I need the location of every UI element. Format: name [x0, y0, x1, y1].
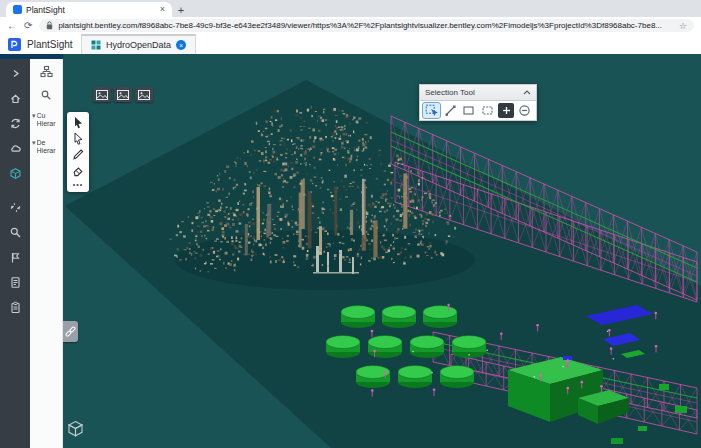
main-area: ▾ Cu Hierar ▾ De Hierar: [0, 54, 701, 448]
tree-item-label: Cu Hierar: [37, 112, 60, 129]
model-viewport[interactable]: ••• Selection Tool: [63, 54, 701, 448]
model-cube-icon: [9, 167, 22, 180]
cloud-icon: [9, 142, 22, 155]
pencil-icon: [71, 147, 85, 161]
fence-select-button[interactable]: [479, 103, 496, 118]
line-select-button[interactable]: [442, 103, 459, 118]
document-tab-hydroopendata[interactable]: HydroOpenData ×: [81, 34, 196, 55]
collapse-chevron-icon[interactable]: [523, 90, 531, 95]
fence-select-icon: [481, 104, 494, 117]
selection-tool-row: [419, 101, 537, 121]
refresh-button[interactable]: ⟳: [24, 21, 32, 31]
selection-tool-title: Selection Tool: [425, 88, 523, 97]
chain-link-icon: [65, 325, 76, 338]
line-select-icon: [444, 104, 457, 117]
hierarchy-view-button[interactable]: [30, 59, 62, 83]
tab-close-icon[interactable]: ×: [160, 5, 165, 14]
new-tab-button[interactable]: +: [172, 2, 190, 17]
plantsight-logo: [8, 38, 21, 51]
saved-view-1-button[interactable]: [93, 87, 111, 102]
back-button[interactable]: ←: [7, 21, 17, 31]
chevron-down-icon: ▾: [32, 112, 36, 129]
lock-icon: [46, 21, 53, 30]
select-tool-button[interactable]: [67, 114, 89, 130]
sync-icon: [9, 117, 22, 130]
measure-tool-button[interactable]: [67, 146, 89, 162]
circle-minus-icon: [518, 104, 531, 117]
rail-flag-button[interactable]: [0, 245, 30, 270]
bookmark-star-icon[interactable]: ☆: [679, 21, 687, 31]
rail-document-button[interactable]: [0, 270, 30, 295]
pick-select-icon: [425, 104, 438, 117]
tree-item-label: De Hierar: [37, 139, 60, 156]
chevron-down-icon: ▾: [32, 139, 36, 156]
app-header: PlantSight HydroOpenData ×: [0, 34, 701, 55]
document-tab-close-icon[interactable]: ×: [176, 40, 186, 50]
eraser-icon: [71, 163, 85, 177]
expand-rail-button[interactable]: [0, 61, 30, 86]
search-gear-icon: [9, 226, 22, 239]
view-tool-palette: •••: [67, 112, 89, 192]
browser-tab-title: PlantSight: [26, 5, 156, 15]
hierarchy-search-button[interactable]: [30, 83, 62, 107]
rail-home-button[interactable]: [0, 86, 30, 111]
chevron-right-icon: [9, 67, 22, 80]
document-tab-label: HydroOpenData: [106, 40, 171, 50]
viewport-3d-scene[interactable]: [63, 54, 701, 448]
rail-cloud-button[interactable]: [0, 136, 30, 161]
rail-model-button[interactable]: [0, 161, 30, 186]
erase-tool-button[interactable]: [67, 162, 89, 178]
box-select-button[interactable]: [460, 103, 477, 118]
url-text: plantsight.bentley.com/f8968abc-7be8-49c…: [58, 21, 674, 30]
pick-select-button[interactable]: [423, 103, 440, 118]
flag-icon: [9, 251, 22, 264]
hierarchy-panel: ▾ Cu Hierar ▾ De Hierar: [30, 59, 63, 448]
nav-cube[interactable]: [66, 419, 85, 442]
saved-view-3-button[interactable]: [135, 87, 153, 102]
saved-view-2-button[interactable]: [114, 87, 132, 102]
document-icon: [9, 276, 22, 289]
image-icon: [138, 90, 150, 100]
browser-tab-strip: PlantSight × +: [0, 0, 701, 17]
cursor-outline-icon: [71, 131, 85, 145]
saved-views-toolbar: [93, 87, 153, 102]
remove-select-button[interactable]: [516, 103, 533, 118]
browser-address-bar: ← ⟳ plantsight.bentley.com/f8968abc-7be8…: [0, 17, 701, 35]
rail-report-button[interactable]: [0, 295, 30, 320]
plantsight-logo-glyph: [10, 40, 19, 49]
plantsight-favicon: [13, 5, 22, 14]
home-icon: [9, 92, 22, 105]
broken-link-icon: [9, 201, 22, 214]
dataset-icon: [91, 40, 101, 50]
selection-tool-titlebar[interactable]: Selection Tool: [419, 84, 537, 101]
plus-icon: [501, 105, 512, 116]
tree-item-default-hierarchy[interactable]: ▾ De Hierar: [30, 134, 62, 161]
nav-cube-icon: [66, 419, 85, 438]
panel-header-bar: [0, 54, 63, 59]
url-omnibox[interactable]: plantsight.bentley.com/f8968abc-7be8-49c…: [39, 19, 694, 32]
nav-rail: [0, 59, 30, 448]
search-icon: [40, 89, 52, 101]
hierarchy-icon: [40, 65, 53, 78]
add-select-button[interactable]: [498, 103, 515, 118]
selection-tool-panel: Selection Tool: [419, 84, 537, 121]
box-select-icon: [462, 104, 475, 117]
rail-disconnect-button[interactable]: [0, 195, 30, 220]
rail-sync-button[interactable]: [0, 111, 30, 136]
image-icon: [117, 90, 129, 100]
browser-tab[interactable]: PlantSight ×: [6, 2, 172, 17]
fence-select-tool-button[interactable]: [67, 130, 89, 146]
app-brand-name: PlantSight: [27, 39, 75, 50]
tree-item-current-hierarchy[interactable]: ▾ Cu Hierar: [30, 107, 62, 134]
clipboard-icon: [9, 301, 22, 314]
more-tools-button[interactable]: •••: [73, 178, 83, 190]
rail-search-button[interactable]: [0, 220, 30, 245]
panel-link-toggle[interactable]: [63, 321, 78, 342]
image-icon: [96, 90, 108, 100]
cursor-arrow-icon: [71, 115, 85, 129]
